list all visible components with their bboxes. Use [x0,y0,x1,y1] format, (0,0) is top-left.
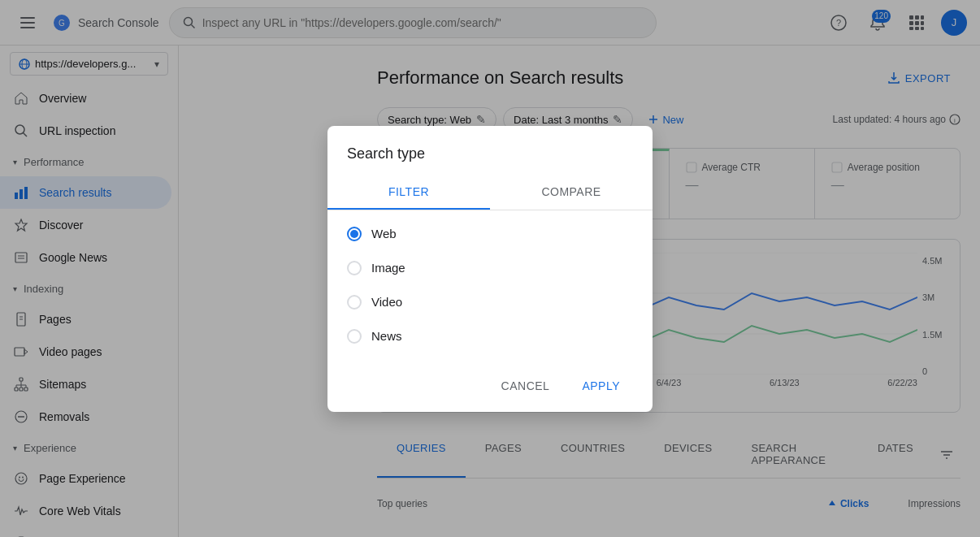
modal-option-web[interactable]: Web [327,217,653,251]
option-label: Web [371,227,397,240]
radio-image[interactable] [347,261,362,275]
radio-news[interactable] [347,329,362,344]
option-label: Image [371,261,405,275]
option-label: Video [371,295,402,309]
option-label: News [371,329,402,343]
cancel-button[interactable]: CANCEL [488,373,563,399]
apply-button[interactable]: APPLY [569,373,633,399]
modal-option-video[interactable]: Video [327,285,653,319]
modal-overlay[interactable]: Search type FILTER COMPARE Web Image Vid… [0,0,980,537]
modal-title: Search type [327,126,653,162]
modal-tabs: FILTER COMPARE [327,175,653,210]
modal-option-news[interactable]: News [327,319,653,353]
radio-inner [350,230,358,238]
modal-tab-filter[interactable]: FILTER [327,175,490,210]
radio-video[interactable] [347,295,362,310]
radio-web[interactable] [347,227,362,241]
modal-actions: CANCEL APPLY [327,360,653,412]
modal-options: Web Image Video News [327,210,653,360]
modal-option-image[interactable]: Image [327,251,653,285]
modal-tab-compare[interactable]: COMPARE [490,175,653,210]
search-type-modal: Search type FILTER COMPARE Web Image Vid… [327,126,653,412]
